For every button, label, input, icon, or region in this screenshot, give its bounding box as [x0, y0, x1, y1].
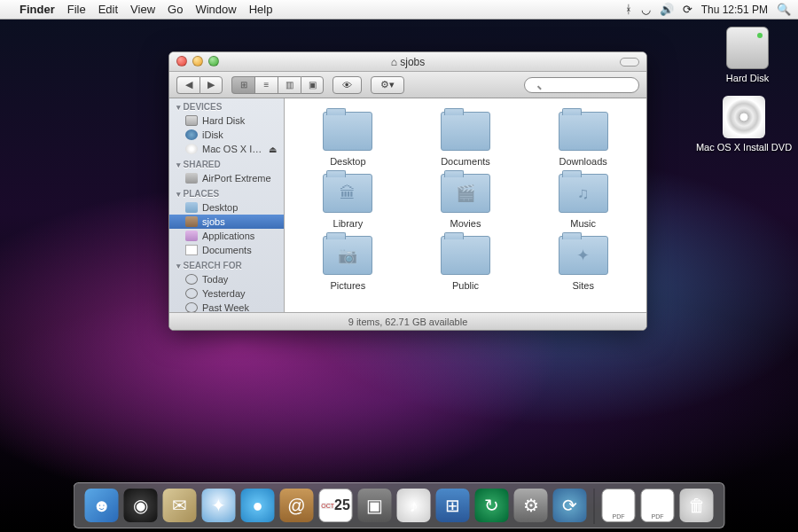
menu-view[interactable]: View: [130, 3, 155, 16]
dock-item-isync[interactable]: ⟳: [552, 487, 589, 524]
desktop-icon-hard-disk[interactable]: Hard Disk: [708, 27, 787, 83]
dock-item-trash[interactable]: 🗑: [678, 487, 716, 524]
folder-emblem-icon: ✦: [559, 237, 607, 274]
sync-icon[interactable]: ⟳: [683, 3, 692, 16]
eject-icon[interactable]: ⏏: [269, 145, 277, 154]
zoom-button[interactable]: [208, 56, 219, 66]
quicklook-button[interactable]: 👁: [332, 76, 362, 94]
dock-item-ical[interactable]: OCT25: [317, 487, 355, 524]
finder-statusbar: 9 items, 62.71 GB available: [169, 312, 646, 330]
clock-icon: [185, 302, 198, 312]
view-list-button[interactable]: ≡: [254, 76, 278, 94]
sidebar-item-today[interactable]: Today: [169, 272, 284, 286]
sidebar-group-label[interactable]: SHARED: [169, 156, 284, 171]
menu-window[interactable]: Window: [195, 3, 236, 16]
sidebar-group-label[interactable]: PLACES: [169, 185, 284, 200]
sidebar-item-label: Hard Disk: [202, 115, 245, 126]
sidebar-item-label: iDisk: [202, 129, 223, 140]
dock-item-time-machine[interactable]: ↻: [473, 487, 511, 524]
sidebar-item-documents[interactable]: Documents: [169, 243, 284, 257]
minimize-button[interactable]: [192, 56, 203, 66]
desktop-icon-label: Mac OS X Install DVD: [695, 142, 793, 153]
finder-content: DesktopDocumentsDownloads🏛Library🎬Movies…: [285, 98, 646, 312]
menu-file[interactable]: File: [67, 3, 86, 16]
toolbar-toggle-button[interactable]: [620, 58, 639, 66]
window-titlebar[interactable]: ⌂ sjobs: [169, 52, 646, 72]
sidebar-item-mac-os-x-i-[interactable]: Mac OS X I…⏏: [169, 142, 284, 156]
forward-button[interactable]: ▶: [200, 76, 223, 94]
sidebar-item-idisk[interactable]: iDisk: [169, 128, 284, 142]
folder-label: Library: [293, 218, 403, 229]
menu-help[interactable]: Help: [249, 3, 273, 16]
search-input[interactable]: [524, 77, 639, 93]
dock-item-dashboard[interactable]: ◉: [122, 487, 160, 524]
close-button[interactable]: [176, 56, 187, 66]
address-book-icon: @: [280, 489, 314, 522]
folder-icon: [185, 202, 198, 213]
desktop-icon-install-dvd[interactable]: Mac OS X Install DVD: [695, 96, 793, 153]
menu-clock[interactable]: Thu 12:51 PM: [701, 4, 768, 16]
airport-icon[interactable]: ◡: [641, 3, 651, 16]
dock-item-spaces[interactable]: ⊞: [434, 487, 472, 524]
folder-music[interactable]: ♫Music: [528, 174, 638, 229]
folder-icon: ✦: [559, 236, 608, 275]
dock-item-documents-stack[interactable]: [600, 487, 638, 524]
finder-sidebar: DEVICESHard DiskiDiskMac OS X I…⏏SHAREDA…: [169, 98, 285, 312]
sidebar-group-label[interactable]: DEVICES: [169, 98, 284, 113]
volume-icon[interactable]: 🔊: [660, 3, 674, 16]
folder-pictures[interactable]: 📷Pictures: [293, 236, 403, 291]
dock-item-itunes[interactable]: ♪: [395, 487, 433, 524]
view-coverflow-button[interactable]: ▣: [301, 76, 324, 94]
app-name[interactable]: Finder: [20, 3, 55, 16]
clock-icon: [185, 274, 198, 285]
documents-stack-icon: [602, 489, 636, 522]
folder-documents[interactable]: Documents: [411, 112, 520, 167]
menu-bar: Finder File Edit View Go Window Help ᚼ ◡…: [0, 0, 798, 20]
home-icon: ⌂: [391, 56, 397, 68]
folder-label: Movies: [411, 218, 520, 229]
sidebar-item-past-week[interactable]: Past Week: [169, 301, 284, 312]
sidebar-item-yesterday[interactable]: Yesterday: [169, 286, 284, 301]
view-column-button[interactable]: ▥: [278, 76, 301, 94]
folder-label: Pictures: [293, 280, 403, 291]
folder-label: Public: [411, 280, 520, 291]
bluetooth-icon[interactable]: ᚼ: [625, 3, 632, 16]
folder-downloads[interactable]: Downloads: [528, 112, 638, 167]
view-icon-button[interactable]: ⊞: [231, 76, 254, 94]
dock-item-mail[interactable]: ✉: [161, 487, 199, 524]
dvd-icon: [185, 144, 198, 154]
folder-public[interactable]: Public: [411, 236, 520, 291]
dock-item-safari[interactable]: ✦: [200, 487, 238, 524]
sidebar-item-applications[interactable]: Applications: [169, 229, 284, 243]
folder-movies[interactable]: 🎬Movies: [411, 174, 520, 229]
sidebar-item-airport-extreme[interactable]: AirPort Extreme: [169, 171, 284, 185]
folder-icon: [441, 236, 490, 275]
folder-label: Downloads: [528, 156, 638, 167]
folder-desktop[interactable]: Desktop: [293, 112, 403, 167]
menu-go[interactable]: Go: [168, 3, 183, 16]
back-button[interactable]: ◀: [176, 76, 200, 94]
menu-edit[interactable]: Edit: [98, 3, 118, 16]
dashboard-icon: ◉: [124, 489, 158, 522]
hard-disk-icon: [726, 27, 769, 69]
sidebar-item-sjobs[interactable]: sjobs: [169, 215, 284, 229]
documents-stack-2-icon: [641, 489, 675, 522]
dock-item-ichat[interactable]: ●: [239, 487, 277, 524]
sidebar-item-hard-disk[interactable]: Hard Disk: [169, 113, 284, 128]
app-icon: [185, 231, 198, 241]
dock-item-preview[interactable]: ▣: [356, 487, 394, 524]
folder-sites[interactable]: ✦Sites: [528, 236, 638, 291]
sidebar-group-label[interactable]: SEARCH FOR: [169, 257, 284, 272]
sidebar-item-label: Today: [202, 274, 228, 285]
folder-library[interactable]: 🏛Library: [293, 174, 403, 229]
preview-icon: ▣: [358, 489, 392, 522]
sidebar-item-desktop[interactable]: Desktop: [169, 200, 284, 215]
dock-item-documents-stack-2[interactable]: [639, 487, 677, 524]
spotlight-icon[interactable]: 🔍: [777, 3, 791, 16]
dock-item-address-book[interactable]: @: [278, 487, 316, 524]
sidebar-item-label: Mac OS X I…: [202, 144, 262, 154]
folder-label: Desktop: [293, 156, 403, 167]
dock-item-system-preferences[interactable]: ⚙: [512, 487, 550, 524]
dock-item-finder[interactable]: ☻: [83, 487, 121, 524]
action-menu-button[interactable]: ⚙▾: [371, 76, 404, 94]
